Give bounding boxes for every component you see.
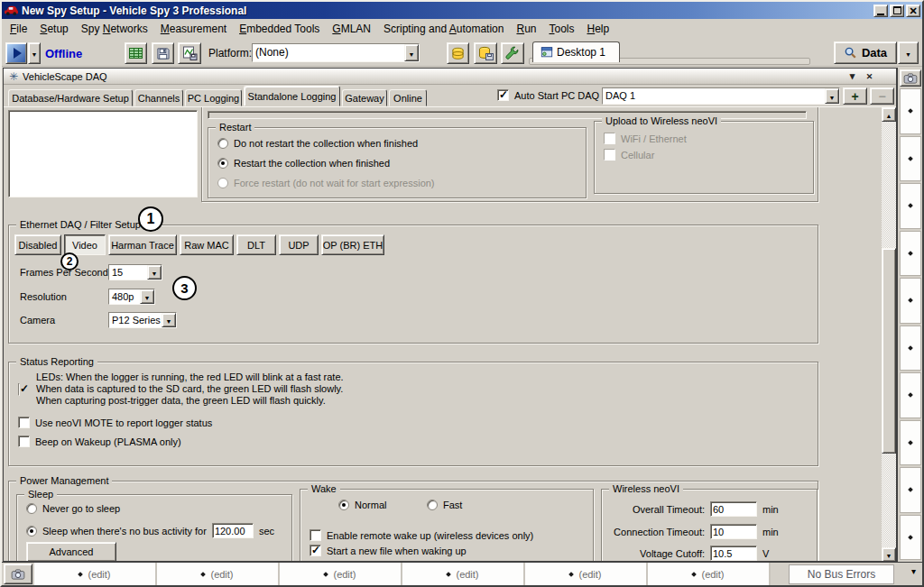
new-file-checkbox[interactable] xyxy=(310,545,321,556)
inactivity-seconds-input[interactable] xyxy=(213,526,253,537)
edit-slot[interactable]: (edit) xyxy=(280,563,402,585)
menu-item-spy-networks[interactable]: Spy Networks xyxy=(75,21,154,37)
save-button[interactable] xyxy=(152,42,174,64)
overall-timeout-input[interactable] xyxy=(711,504,756,515)
tab-gateway[interactable]: Gateway xyxy=(342,89,387,106)
database-button[interactable] xyxy=(447,42,469,64)
new-file-wakeup-option[interactable]: Start a new file when waking up xyxy=(310,545,467,556)
daq-dropdown-button[interactable] xyxy=(825,88,839,104)
data-dropdown-button[interactable] xyxy=(898,41,919,64)
tab-channels[interactable]: Channels xyxy=(134,89,183,106)
inactivity-seconds-field[interactable] xyxy=(212,523,254,538)
filter-udp-button[interactable]: UDP xyxy=(279,234,319,255)
platform-dropdown-button[interactable] xyxy=(404,44,419,61)
maximize-button[interactable] xyxy=(890,5,904,17)
tab-database-hardware-setup[interactable]: Database/Hardware Setup xyxy=(8,89,133,106)
panel-titlebar[interactable]: ✳ VehicleScape DAQ xyxy=(4,69,896,85)
mote-checkbox[interactable] xyxy=(18,417,30,428)
overall-timeout-field[interactable] xyxy=(710,501,757,517)
menu-item-help[interactable]: Help xyxy=(581,21,616,37)
setup-tools-button[interactable] xyxy=(501,42,524,64)
menu-item-embedded-tools[interactable]: Embedded Tools xyxy=(233,21,326,37)
auto-start-pc-daq-option[interactable]: Auto Start PC DAQ xyxy=(497,89,599,101)
capture-slot[interactable] xyxy=(900,136,921,182)
frames-dropdown-button[interactable] xyxy=(147,265,162,280)
database-save-button[interactable] xyxy=(474,42,497,64)
radio-no-restart[interactable] xyxy=(217,138,228,149)
wake-fast-option[interactable]: Fast xyxy=(427,500,462,510)
menu-item-gmlan[interactable]: GMLAN xyxy=(326,21,377,37)
edit-slot[interactable]: (edit) xyxy=(648,563,771,585)
panel-close-button[interactable] xyxy=(863,70,876,82)
messages-view-button[interactable] xyxy=(125,42,147,64)
wake-normal-option[interactable]: Normal xyxy=(338,500,386,510)
restart-option-restart[interactable]: Restart the collection when finished xyxy=(217,158,390,169)
advanced-button[interactable]: Advanced xyxy=(26,542,116,561)
menu-item-run[interactable]: Run xyxy=(510,21,542,37)
sleep-inactivity-radio[interactable] xyxy=(26,526,37,537)
capture-slot[interactable] xyxy=(900,278,921,324)
capture-slot[interactable] xyxy=(900,515,921,561)
mote-status-option[interactable]: Use neoVI MOTE to report logger status xyxy=(18,417,212,428)
menu-item-scripting-automation[interactable]: Scripting and Automation xyxy=(377,21,510,37)
never-sleep-radio[interactable] xyxy=(26,503,37,514)
tab-pc-logging[interactable]: PC Logging xyxy=(185,89,242,106)
beep-checkbox[interactable] xyxy=(18,436,30,447)
statusbar-camera-button[interactable] xyxy=(4,564,32,584)
edit-slot[interactable]: (edit) xyxy=(34,563,157,585)
filter-harman-trace-button[interactable]: Harman Trace xyxy=(108,234,177,255)
led-status-checkbox[interactable] xyxy=(18,383,20,396)
edit-slot[interactable]: (edit) xyxy=(525,563,648,585)
collection-list[interactable] xyxy=(8,110,198,197)
window-titlebar[interactable]: New Spy Setup - Vehicle Spy 3 Profession… xyxy=(2,2,922,19)
scrollbar-thumb[interactable] xyxy=(882,248,896,454)
capture-slot[interactable] xyxy=(900,231,921,277)
statusbar-more-icon[interactable] xyxy=(911,565,916,576)
filter-disabled-button[interactable]: Disabled xyxy=(14,234,61,255)
desktop-1-tab[interactable]: Desktop 1 xyxy=(532,41,620,62)
scroll-up-button[interactable] xyxy=(882,107,896,122)
resolution-dropdown-button[interactable] xyxy=(140,289,154,304)
edit-slot[interactable]: (edit) xyxy=(402,563,525,585)
capture-camera-button[interactable] xyxy=(900,69,921,87)
connection-timeout-input[interactable] xyxy=(711,527,756,537)
menu-item-measurement[interactable]: Measurement xyxy=(154,21,233,37)
close-button[interactable]: ✕ xyxy=(906,5,920,17)
restart-option-no-restart[interactable]: Do not restart the collection when finis… xyxy=(217,138,418,149)
never-sleep-option[interactable]: Never go to sleep xyxy=(26,503,120,514)
capture-slot[interactable] xyxy=(900,326,921,371)
scroll-down-button[interactable] xyxy=(882,547,896,561)
tab-online[interactable]: Online xyxy=(389,89,427,106)
connection-timeout-field[interactable] xyxy=(710,524,757,539)
add-daq-button[interactable]: + xyxy=(843,87,867,105)
capture-slot[interactable] xyxy=(900,372,921,418)
vertical-scrollbar[interactable] xyxy=(882,107,896,561)
camera-select[interactable]: P12 Series xyxy=(108,312,177,328)
wake-normal-radio[interactable] xyxy=(338,500,349,510)
sleep-on-inactivity-option[interactable]: Sleep when there's no bus activity for s… xyxy=(26,523,274,538)
capture-slot[interactable] xyxy=(900,420,921,466)
capture-slot[interactable] xyxy=(900,467,921,513)
daq-select[interactable]: DAQ 1 xyxy=(602,87,840,105)
run-options-dropdown[interactable] xyxy=(28,42,41,64)
edit-slot[interactable]: (edit) xyxy=(157,563,280,585)
menu-item-file[interactable]: File xyxy=(4,21,33,37)
voltage-cutoff-field[interactable] xyxy=(710,546,757,561)
beep-wakeup-option[interactable]: Beep on Wakeup (PLASMA only) xyxy=(18,436,181,447)
minimize-button[interactable] xyxy=(873,5,888,17)
run-button[interactable] xyxy=(5,42,27,64)
remote-wakeup-checkbox[interactable] xyxy=(310,529,321,541)
voltage-cutoff-input[interactable] xyxy=(711,548,756,559)
remote-wakeup-option[interactable]: Enable remote wake up (wireless devices … xyxy=(310,529,533,541)
wake-fast-radio[interactable] xyxy=(427,500,438,510)
filter-raw-mac-button[interactable]: Raw MAC xyxy=(180,234,234,255)
menu-item-setup[interactable]: Setup xyxy=(33,21,74,37)
frames-per-second-select[interactable]: 15 xyxy=(108,264,162,280)
capture-slot[interactable] xyxy=(900,88,921,134)
data-button[interactable]: Data xyxy=(834,41,897,64)
platform-select[interactable]: (None) xyxy=(252,43,420,62)
auto-start-checkbox[interactable] xyxy=(497,89,509,101)
panel-menu-button[interactable] xyxy=(845,70,859,82)
filter-op-br-eth-button[interactable]: OP (BR) ETH xyxy=(321,234,384,255)
remove-daq-button[interactable]: − xyxy=(870,87,894,105)
